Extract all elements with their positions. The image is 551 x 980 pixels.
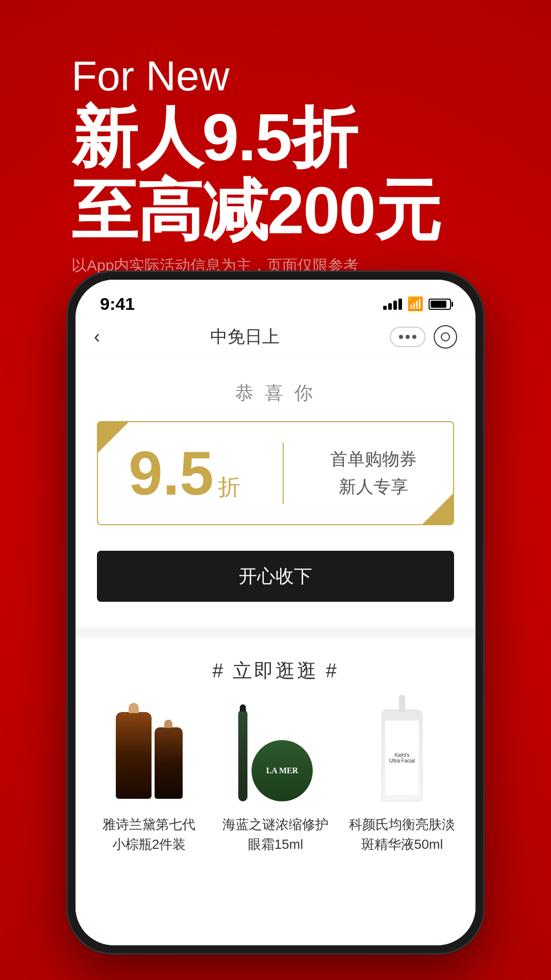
status-time: 9:41 [100, 294, 135, 314]
back-button[interactable]: ‹ [94, 326, 100, 348]
product-name-la-mer: 海蓝之谜浓缩修护眼霜15ml [222, 815, 329, 854]
congratulations-text: 恭 喜 你 [235, 381, 316, 406]
coupon-label-2: 新人专享 [339, 475, 408, 499]
for-new-label: For New [71, 51, 440, 101]
kiehls-product: Kiehl'sUltra Facial [382, 709, 422, 801]
kiehls-label: Kiehl'sUltra Facial [389, 752, 415, 764]
nav-actions [390, 325, 457, 349]
wifi-icon: 📶 [407, 296, 423, 312]
la-mer-products: LA MER [238, 709, 313, 801]
lamer-label: LA MER [266, 766, 298, 775]
accept-button[interactable]: 开心收下 [97, 551, 454, 602]
bottle-small [155, 727, 183, 799]
browse-section: # 立即逛逛 # 雅诗兰黛第七代小棕瓶2件装 [76, 638, 475, 870]
signal-icon [383, 299, 402, 310]
lamer-jar: LA MER [252, 740, 313, 801]
nav-title: 中免日上 [210, 325, 280, 349]
coupon-divider [283, 443, 284, 504]
max-discount-label: 至高减200元 [71, 174, 440, 247]
product-item-kiehls[interactable]: Kiehl'sUltra Facial 科颜氏均衡亮肤淡斑精华液50ml [344, 704, 460, 854]
coupon-label-1: 首单购物券 [330, 448, 417, 471]
bottle-main [116, 712, 152, 799]
section-divider [76, 627, 475, 638]
screen-content: 恭 喜 你 9.5 折 首单购物券 新人专享 开心收下 [76, 355, 475, 945]
product-name-kiehls: 科颜氏均衡亮肤淡斑精华液50ml [349, 815, 455, 854]
hero-section: For New 新人9.5折 至高减200元 以App内实际活动信息为主，页面仅… [71, 51, 440, 276]
product-grid: 雅诗兰黛第七代小棕瓶2件装 LA MER 海蓝之谜浓缩修护 [91, 704, 460, 854]
battery-icon [429, 299, 451, 310]
product-name-estee-lauder: 雅诗兰黛第七代小棕瓶2件装 [103, 815, 195, 854]
phone-screen: 9:41 📶 ‹ 中免日上 [76, 280, 475, 945]
product-item-la-mer[interactable]: LA MER 海蓝之谜浓缩修护眼霜15ml [217, 704, 334, 854]
scan-button[interactable] [434, 325, 457, 349]
product-image-kiehls: Kiehl'sUltra Facial [356, 704, 448, 806]
ribbon-top-left [98, 422, 129, 453]
status-bar: 9:41 📶 [76, 280, 475, 319]
ribbon-bottom-right [422, 494, 453, 524]
product-item-estee-lauder[interactable]: 雅诗兰黛第七代小棕瓶2件装 [91, 704, 207, 854]
kiehls-bottle: Kiehl'sUltra Facial [382, 709, 422, 801]
coupon-number: 9.5 [129, 443, 214, 504]
coupon-card: 9.5 折 首单购物券 新人专享 [97, 421, 454, 525]
phone-mockup: 9:41 📶 ‹ 中免日上 [66, 271, 485, 954]
coupon-unit: 折 [218, 472, 240, 502]
more-options-button[interactable] [390, 327, 425, 347]
lamer-brush [238, 709, 247, 801]
browse-title: # 立即逛逛 # [91, 658, 460, 684]
discount-label: 新人9.5折 [71, 101, 440, 174]
product-image-estee-lauder [103, 704, 195, 806]
nav-bar: ‹ 中免日上 [76, 319, 475, 355]
estee-lauder-bottles [116, 712, 183, 799]
product-image-la-mer: LA MER [230, 704, 321, 806]
status-icons: 📶 [383, 296, 451, 312]
